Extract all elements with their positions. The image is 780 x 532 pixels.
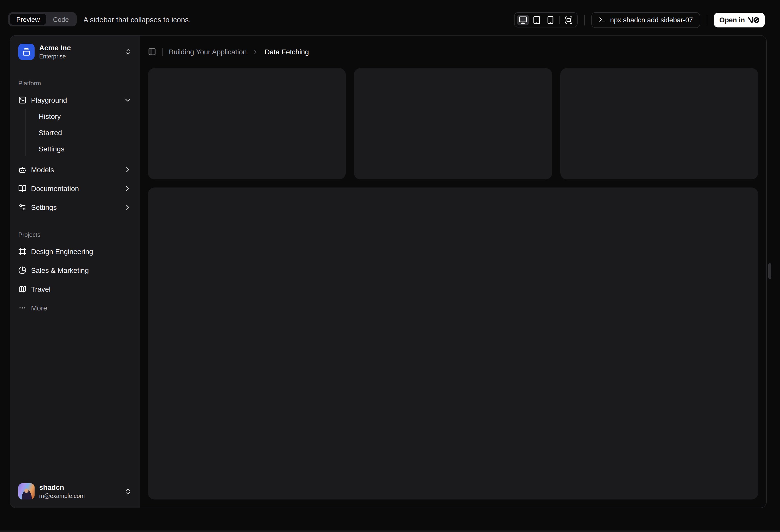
sidebar-subitem-settings[interactable]: Settings [34, 142, 136, 156]
org-identity: Acme Inc Enterprise [39, 44, 71, 60]
breadcrumb-separator-bar [162, 48, 163, 56]
chevron-down-icon [124, 96, 132, 104]
user-identity: shadcn m@example.com [39, 483, 85, 499]
placeholder-card [354, 68, 552, 179]
org-plan: Enterprise [39, 53, 71, 60]
chevron-right-icon [252, 49, 259, 55]
placeholder-card [560, 68, 758, 179]
user-name: shadcn [39, 483, 85, 492]
terminal-icon [598, 16, 605, 23]
chevrons-up-down-icon [125, 488, 132, 495]
pie-chart-icon [18, 266, 27, 274]
fullscreen-button[interactable] [563, 14, 575, 25]
user-email: m@example.com [39, 492, 85, 499]
org-logo [18, 44, 35, 60]
sidebar-subitem-starred[interactable]: Starred [34, 125, 136, 140]
gallery-vertical-end-icon [22, 48, 31, 56]
page: Preview Code A sidebar that collapses to… [0, 0, 780, 532]
breadcrumb-parent[interactable]: Building Your Application [169, 48, 247, 56]
sidebar-item-travel[interactable]: Travel [14, 280, 136, 297]
menu-entry-playground: Playground History Starred Settings [14, 92, 136, 159]
item-label: Travel [31, 285, 51, 293]
main-body [140, 68, 766, 508]
sidebar-item-sales-marketing[interactable]: Sales & Marketing [14, 262, 136, 278]
toolbar-divider [75, 14, 75, 25]
open-in-v0-button[interactable]: Open in [714, 12, 765, 27]
toolbar-right-cluster: npx shadcn add sidebar-07 Open in [514, 12, 765, 28]
tab-preview[interactable]: Preview [10, 14, 47, 25]
tablet-icon [532, 15, 541, 24]
book-open-icon [18, 184, 27, 192]
mobile-view-button[interactable] [545, 14, 556, 25]
settings-2-icon [18, 203, 27, 211]
platform-menu: Playground History Starred Settings [14, 92, 136, 215]
sidebar-header: Acme Inc Enterprise [10, 36, 140, 68]
map-icon [18, 285, 27, 293]
placeholder-cards-row [148, 68, 758, 179]
tab-code[interactable]: Code [47, 14, 76, 25]
top-toolbar: Preview Code A sidebar that collapses to… [0, 0, 780, 35]
sidebar-item-more[interactable]: More [14, 299, 136, 316]
page-scrollbar-thumb[interactable] [768, 263, 771, 279]
item-label: Models [31, 165, 54, 173]
sidebar-item-settings[interactable]: Settings [14, 199, 136, 215]
main-header: Building Your Application Data Fetching [140, 36, 766, 68]
fullscreen-icon [565, 15, 573, 24]
install-command-button[interactable]: npx shadcn add sidebar-07 [591, 12, 700, 28]
user-menu-button[interactable]: shadcn m@example.com [14, 479, 136, 503]
org-name: Acme Inc [39, 44, 71, 53]
app-sidebar: Acme Inc Enterprise Platform [10, 36, 140, 508]
chevrons-up-down-icon [125, 48, 132, 55]
sidebar-toggle-button[interactable] [145, 45, 159, 59]
toolbar-separator [707, 14, 707, 25]
open-in-label: Open in [720, 16, 745, 23]
placeholder-card [148, 68, 346, 179]
monitor-icon [519, 15, 527, 24]
component-preview-frame: Acme Inc Enterprise Platform [10, 35, 767, 508]
group-label-projects: Projects [14, 227, 136, 243]
device-size-toggle-group [514, 12, 578, 28]
org-switcher-button[interactable]: Acme Inc Enterprise [14, 40, 136, 64]
avatar [18, 483, 35, 499]
sidebar-group-platform: Platform Playground [14, 68, 136, 215]
item-label: More [31, 304, 47, 312]
breadcrumb-current: Data Fetching [265, 48, 309, 56]
preview-code-toggle: Preview Code [8, 12, 77, 26]
chevron-right-icon [124, 184, 132, 192]
install-command-text: npx shadcn add sidebar-07 [610, 16, 693, 23]
device-group-separator [559, 16, 560, 23]
bot-icon [18, 165, 27, 173]
breadcrumb: Building Your Application Data Fetching [169, 48, 309, 56]
tablet-view-button[interactable] [531, 14, 542, 25]
frame-icon [18, 247, 27, 255]
bottom-edge-strip [0, 530, 780, 532]
item-label: Sales & Marketing [31, 266, 89, 274]
placeholder-big-card [148, 188, 758, 499]
sidebar-subitem-history[interactable]: History [34, 109, 136, 123]
item-label: Playground [31, 96, 67, 104]
toolbar-separator [584, 14, 585, 25]
item-label: Documentation [31, 184, 79, 192]
playground-submenu: History Starred Settings [26, 109, 136, 156]
chevron-right-icon [124, 203, 132, 211]
sidebar-item-design-engineering[interactable]: Design Engineering [14, 243, 136, 260]
sidebar-group-projects: Projects Design Engineering [14, 215, 136, 316]
sidebar-content: Platform Playground [10, 68, 140, 475]
item-label: Settings [31, 203, 57, 211]
component-description: A sidebar that collapses to icons. [83, 16, 191, 24]
group-label-platform: Platform [14, 75, 136, 92]
square-terminal-icon [18, 96, 27, 104]
sidebar-item-models[interactable]: Models [14, 161, 136, 178]
smartphone-icon [546, 15, 555, 24]
v0-logo-icon [748, 16, 759, 23]
desktop-view-button[interactable] [517, 14, 529, 25]
item-label: Design Engineering [31, 247, 93, 255]
ellipsis-icon [18, 304, 27, 312]
sidebar-footer: shadcn m@example.com [10, 475, 140, 508]
panel-left-icon [148, 48, 156, 56]
sidebar-item-documentation[interactable]: Documentation [14, 180, 136, 197]
main-content: Building Your Application Data Fetching [140, 36, 766, 508]
chevron-right-icon [124, 165, 132, 173]
projects-menu: Design Engineering Sales & Marketing [14, 243, 136, 316]
sidebar-item-playground[interactable]: Playground [14, 92, 136, 108]
